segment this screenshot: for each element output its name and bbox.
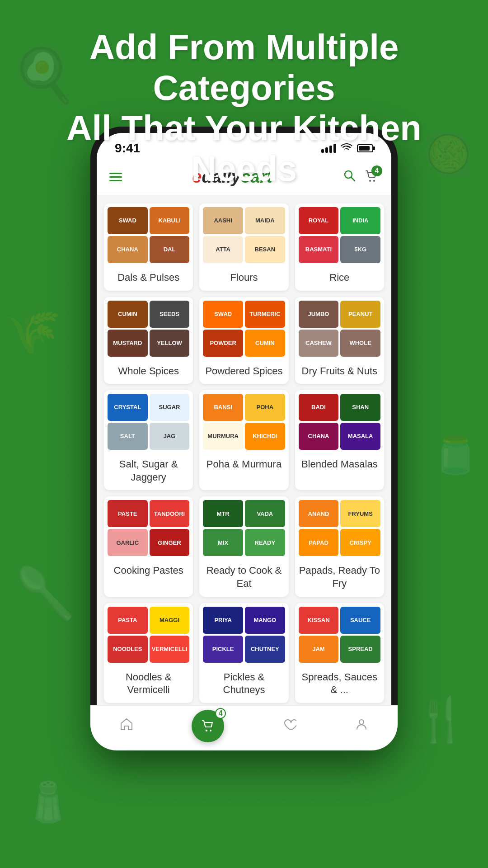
product-block: GINGER — [150, 529, 190, 556]
product-block: READY — [245, 529, 285, 556]
hero-section: Add From Multiple Categories All That Yo… — [0, 27, 488, 189]
category-item-wspices[interactable]: CUMINSEEDSMUSTARDYELLOWWhole Spices — [104, 297, 193, 384]
category-item-dryfr[interactable]: JUMBOPEANUTCASHEWWHOLEDry Fruits & Nuts — [295, 297, 384, 384]
category-item-noodle[interactable]: PASTAMAGGINOODLESVERMICELLINoodles & Ver… — [104, 603, 193, 703]
category-label-rice: Rice — [326, 267, 353, 291]
product-block: PASTA — [108, 607, 148, 634]
category-item-poha[interactable]: BANSIPOHAMURMURAKHICHDIPoha & Murmura — [199, 390, 288, 490]
category-image-pickle: PRIYAMANGOPICKLECHUTNEY — [199, 603, 288, 666]
category-image-salt: CRYSTALSUGARSALTJAG — [104, 390, 193, 453]
category-image-dals: SWADKABULICHANADAL — [104, 203, 193, 267]
product-block: MASALA — [340, 423, 380, 450]
category-item-spread[interactable]: KISSANSAUCEJAMSPREADSpreads, Sauces & ..… — [295, 603, 384, 703]
category-image-noodle: PASTAMAGGINOODLESVERMICELLI — [104, 603, 193, 666]
product-block: GARLIC — [108, 529, 148, 556]
category-image-pspices: SWADTURMERICPOWDERCUMIN — [199, 297, 288, 360]
phone-screen: 9:41 edailycart — [97, 133, 391, 744]
product-block: CHANA — [299, 423, 339, 450]
product-block: VADA — [245, 500, 285, 527]
hero-line2: All That Your Kitchen Needs — [66, 108, 422, 189]
phone-mockup: 9:41 edailycart — [90, 127, 398, 750]
category-item-pickle[interactable]: PRIYAMANGOPICKLECHUTNEYPickles & Chutney… — [199, 603, 288, 703]
product-block: CRISPY — [340, 529, 380, 556]
product-block: YELLOW — [150, 330, 190, 357]
product-block: MTR — [203, 500, 243, 527]
category-item-flours[interactable]: AASHIMAIDAATTABESANFlours — [199, 203, 288, 291]
product-block: SHAN — [340, 394, 380, 421]
product-block: MAIDA — [245, 207, 285, 234]
product-block: PAPAD — [299, 529, 339, 556]
product-block: CUMIN — [108, 301, 148, 328]
product-block: VERMICELLI — [150, 636, 190, 663]
category-item-rice[interactable]: ROYALINDIABASMATI5KGRice — [295, 203, 384, 291]
category-item-paste[interactable]: PASTETANDOORIGARLICGINGERCooking Pastes — [104, 496, 193, 596]
person-icon — [355, 717, 368, 734]
product-block: FRYUMS — [340, 500, 380, 527]
home-icon — [120, 717, 133, 734]
category-label-rte: Ready to Cook & Eat — [199, 560, 288, 596]
category-image-masala: BADISHANCHANAMASALA — [295, 390, 384, 453]
category-label-wspices: Whole Spices — [114, 360, 183, 384]
svg-point-5 — [210, 730, 211, 731]
product-block: INDIA — [340, 207, 380, 234]
product-block: MURMURA — [203, 423, 243, 450]
product-block: JAG — [150, 423, 190, 450]
product-block: MUSTARD — [108, 330, 148, 357]
product-block: KHICHDI — [245, 423, 285, 450]
product-block: TANDOORI — [150, 500, 190, 527]
product-block: ROYAL — [299, 207, 339, 234]
category-item-pspices[interactable]: SWADTURMERICPOWDERCUMINPowdered Spices — [199, 297, 288, 384]
product-block: BADI — [299, 394, 339, 421]
category-label-noodle: Noodles & Vermicelli — [104, 666, 193, 703]
product-block: SPREAD — [340, 636, 380, 663]
nav-wishlist[interactable] — [283, 717, 296, 734]
nav-cart-center[interactable]: 4 — [192, 710, 224, 742]
category-label-pickle: Pickles & Chutneys — [199, 666, 288, 703]
category-image-paste: PASTETANDOORIGARLICGINGER — [104, 496, 193, 560]
product-block: SWAD — [108, 207, 148, 234]
product-block: SEEDS — [150, 301, 190, 328]
category-image-poha: BANSIPOHAMURMURAKHICHDI — [199, 390, 288, 453]
category-item-salt[interactable]: CRYSTALSUGARSALTJAGSalt, Sugar & Jaggery — [104, 390, 193, 490]
category-image-dryfr: JUMBOPEANUTCASHEWWHOLE — [295, 297, 384, 360]
nav-home[interactable] — [120, 717, 133, 734]
product-block: PRIYA — [203, 607, 243, 634]
category-image-wspices: CUMINSEEDSMUSTARDYELLOW — [104, 297, 193, 360]
category-item-rte[interactable]: MTRVADAMIXREADYReady to Cook & Eat — [199, 496, 288, 596]
product-block: SALT — [108, 423, 148, 450]
product-block: CASHEW — [299, 330, 339, 357]
product-block: DAL — [150, 236, 190, 263]
hero-line1: Add From Multiple Categories — [89, 27, 399, 108]
category-label-poha: Poha & Murmura — [203, 453, 285, 477]
product-block: BESAN — [245, 236, 285, 263]
product-block: MIX — [203, 529, 243, 556]
heart-icon — [283, 717, 296, 734]
category-grid: SWADKABULICHANADALDals & PulsesAASHIMAID… — [104, 203, 384, 744]
category-label-salt: Salt, Sugar & Jaggery — [104, 453, 193, 490]
product-block: AASHI — [203, 207, 243, 234]
category-label-pspices: Powdered Spices — [202, 360, 286, 384]
category-item-masala[interactable]: BADISHANCHANAMASALABlended Masalas — [295, 390, 384, 490]
category-image-papad: ANANDFRYUMSPAPADCRISPY — [295, 496, 384, 560]
product-block: POWDER — [203, 330, 243, 357]
category-item-dals[interactable]: SWADKABULICHANADALDals & Pulses — [104, 203, 193, 291]
scroll-content[interactable]: SWADKABULICHANADALDals & PulsesAASHIMAID… — [97, 195, 391, 744]
product-block: PICKLE — [203, 636, 243, 663]
nav-account[interactable] — [355, 717, 368, 734]
product-block: SWAD — [203, 301, 243, 328]
category-label-dals: Dals & Pulses — [114, 267, 183, 291]
product-block: ATTA — [203, 236, 243, 263]
product-block: SUGAR — [150, 394, 190, 421]
category-label-papad: Papads, Ready To Fry — [295, 560, 384, 596]
product-block: PEANUT — [340, 301, 380, 328]
category-label-dryfr: Dry Fruits & Nuts — [298, 360, 381, 384]
product-block: CHANA — [108, 236, 148, 263]
product-block: ANAND — [299, 500, 339, 527]
product-block: SAUCE — [340, 607, 380, 634]
category-label-masala: Blended Masalas — [298, 453, 381, 477]
product-block: CUMIN — [245, 330, 285, 357]
product-block: BASMATI — [299, 236, 339, 263]
category-item-papad[interactable]: ANANDFRYUMSPAPADCRISPYPapads, Ready To F… — [295, 496, 384, 596]
category-image-flours: AASHIMAIDAATTABESAN — [199, 203, 288, 267]
category-label-flours: Flours — [226, 267, 261, 291]
